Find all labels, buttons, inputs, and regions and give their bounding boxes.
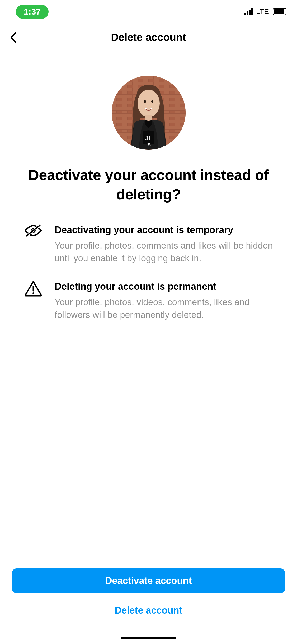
svg-point-6	[144, 100, 146, 103]
signal-icon	[244, 8, 253, 15]
eye-off-icon	[24, 224, 43, 243]
page-title: Delete account	[111, 31, 186, 43]
delete-button[interactable]: Delete account	[12, 598, 285, 623]
svg-point-15	[32, 292, 34, 294]
battery-icon	[273, 8, 286, 15]
avatar-wrapper: JL 'S	[24, 76, 273, 150]
status-bar: 1:37 LTE	[0, 0, 297, 23]
delete-info-title: Deleting your account is permanent	[55, 280, 273, 293]
main-content: JL 'S Deactivate your account instead of…	[0, 52, 297, 321]
status-indicators: LTE	[244, 7, 286, 16]
deactivate-info-title: Deactivating your account is temporary	[55, 224, 273, 236]
deactivate-button[interactable]: Deactivate account	[12, 568, 285, 593]
headline: Deactivate your account instead of delet…	[24, 165, 273, 204]
svg-point-7	[151, 100, 153, 103]
chevron-left-icon	[10, 32, 17, 43]
info-row-deactivate: Deactivating your account is temporary Y…	[24, 224, 273, 265]
svg-point-5	[138, 90, 160, 117]
avatar-image: JL 'S	[112, 76, 186, 150]
delete-info-desc: Your profile, photos, videos, comments, …	[55, 296, 273, 321]
status-time: 1:37	[16, 5, 49, 19]
network-label: LTE	[256, 7, 269, 16]
deactivate-info-desc: Your profile, photos, comments and likes…	[55, 239, 273, 264]
bottom-actions: Deactivate account Delete account	[0, 557, 297, 644]
back-button[interactable]	[5, 30, 21, 45]
svg-text:JL: JL	[145, 135, 152, 142]
info-row-delete: Deleting your account is permanent Your …	[24, 280, 273, 321]
warning-icon	[24, 280, 43, 300]
home-indicator[interactable]	[121, 637, 176, 639]
nav-header: Delete account	[0, 23, 297, 52]
avatar: JL 'S	[112, 76, 186, 150]
svg-text:'S: 'S	[146, 142, 150, 148]
